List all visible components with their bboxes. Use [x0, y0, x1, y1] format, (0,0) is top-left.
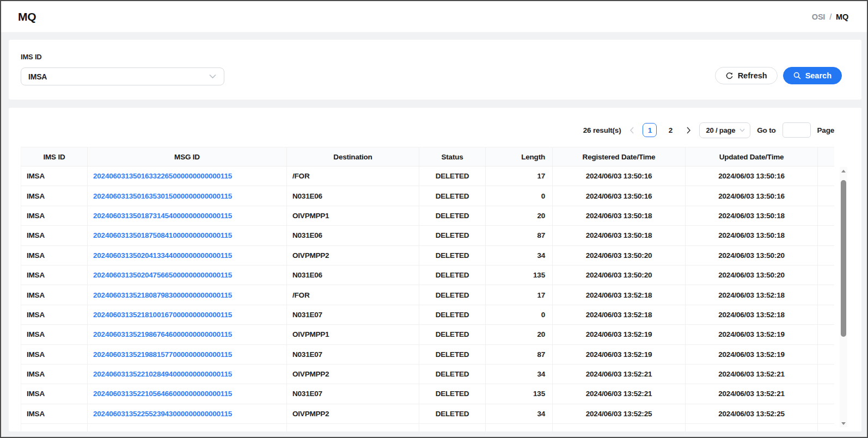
- updated-value: 2024/06/03 13:50:18: [718, 212, 785, 220]
- table-row: IMSA 20240603135221028494000000000000115…: [21, 365, 834, 384]
- cell-spacer: [818, 226, 834, 245]
- msg-id-link[interactable]: 20240603135016332265000000000000115: [93, 172, 232, 180]
- ims-id-label: IMS ID: [21, 53, 842, 61]
- cell-length: 87: [486, 226, 553, 245]
- scrollbar-thumb[interactable]: [841, 180, 846, 337]
- page-root: { "colors": { "accent": "#2477f3", "link…: [0, 0, 868, 438]
- prev-page-button[interactable]: [627, 123, 636, 137]
- cell-ims-id: IMSA: [21, 285, 88, 304]
- cell-msg-id: 20240603135219881577000000000000115: [88, 345, 287, 364]
- msg-id-link[interactable]: 20240603135016353015000000000000115: [93, 192, 232, 200]
- length-value: 20: [537, 330, 545, 338]
- search-icon: [793, 72, 801, 79]
- msg-id-link[interactable]: 20240603135219881577000000000000115: [93, 350, 232, 359]
- cell-registered: 2024/06/03 13:52:25: [553, 404, 686, 423]
- updated-value: 2024/06/03 13:50:16: [718, 192, 785, 200]
- msg-id-link[interactable]: 20240603135018731454000000000000115: [93, 212, 232, 220]
- cell-destination: N031E07: [287, 305, 419, 324]
- page-button-1[interactable]: 1: [643, 123, 657, 137]
- table-body: IMSA 20240603135016332265000000000000115…: [21, 166, 834, 431]
- msg-id-link[interactable]: 20240603135020413344000000000000115: [93, 251, 232, 260]
- table-row: IMSA 20240603135020413344000000000000115…: [21, 246, 834, 266]
- breadcrumb-link-osi[interactable]: OSI: [812, 13, 825, 21]
- column-header-updated: Updated Date/Time: [686, 147, 818, 166]
- msg-id-link[interactable]: 20240603135018750841000000000000115: [93, 231, 232, 239]
- destination-value: OIVPMPP2: [292, 370, 329, 378]
- page-button-2[interactable]: 2: [663, 123, 677, 137]
- destination-value: N031E06: [292, 192, 322, 200]
- cell-status: DELETED: [419, 186, 486, 205]
- cell-ims-id: IMSA: [21, 325, 88, 344]
- refresh-button[interactable]: Refresh: [715, 67, 778, 84]
- cell-msg-id: 20240603135020475665000000000000115: [88, 266, 287, 285]
- cell-status: DELETED: [419, 226, 486, 245]
- column-header-ims-id: IMS ID: [21, 147, 88, 166]
- cell-ims-id: IMSA: [21, 166, 88, 186]
- ims-id-value: IMSA: [27, 390, 45, 398]
- next-page-button[interactable]: [684, 123, 693, 137]
- cell-registered: 2024/06/03 13:52:18: [553, 285, 686, 304]
- registered-value: 2024/06/03 13:52:19: [586, 350, 652, 359]
- ims-id-value: IMSA: [27, 212, 45, 220]
- breadcrumb-separator: /: [829, 13, 832, 21]
- breadcrumb-current: MQ: [836, 13, 848, 21]
- filter-panel: IMS ID IMSA Refresh Search: [9, 40, 861, 100]
- cell-destination: OIVPMPP2: [287, 246, 419, 265]
- cell-registered: 2024/06/03 13:50:18: [553, 226, 686, 245]
- cell-status: DELETED: [419, 365, 486, 384]
- cell-status: DELETED: [419, 345, 486, 364]
- cell-destination: [287, 424, 419, 431]
- scroll-down-arrow-icon[interactable]: [840, 420, 847, 427]
- msg-id-link[interactable]: 20240603135221056466000000000000115: [93, 390, 232, 398]
- cell-spacer: [818, 305, 834, 324]
- scrollbar-track[interactable]: [840, 175, 847, 420]
- destination-value: N031E06: [292, 231, 322, 239]
- cell-updated: 2024/06/03 13:50:16: [686, 166, 818, 186]
- msg-id-link[interactable]: 20240603135221028494000000000000115: [93, 370, 232, 378]
- page-size-value: 20 / page: [706, 126, 735, 134]
- ims-id-value: IMSA: [27, 192, 45, 200]
- cell-spacer: [818, 345, 834, 364]
- registered-value: 2024/06/03 13:50:20: [586, 251, 652, 260]
- cell-status: DELETED: [419, 266, 486, 285]
- ims-id-select[interactable]: IMSA: [21, 67, 224, 85]
- filter-actions: Refresh Search: [715, 67, 842, 84]
- vertical-scrollbar[interactable]: [840, 167, 847, 427]
- status-value: DELETED: [436, 370, 469, 378]
- goto-label: Go to: [757, 126, 775, 134]
- cell-destination: N031E06: [287, 186, 419, 205]
- cell-spacer: [818, 285, 834, 304]
- msg-id-link[interactable]: 20240603135219867646000000000000115: [93, 330, 232, 338]
- msg-id-link[interactable]: 20240603135218087983000000000000115: [93, 291, 232, 299]
- cell-registered: 2024/06/03 13:52:19: [553, 345, 686, 364]
- cell-destination: /FOR: [287, 285, 419, 304]
- column-header-status: Status: [419, 147, 486, 166]
- cell-msg-id: 20240603135221056466000000000000115: [88, 384, 287, 403]
- ims-id-value: IMSA: [27, 271, 45, 279]
- goto-page-input[interactable]: [783, 122, 811, 138]
- page-title: MQ: [18, 10, 36, 23]
- length-value: 0: [541, 192, 545, 200]
- column-header-spacer: [818, 147, 834, 166]
- updated-value: 2024/06/03 13:50:20: [718, 271, 785, 279]
- page-size-select[interactable]: 20 / page: [699, 122, 750, 138]
- msg-id-link[interactable]: 20240603135225523943000000000000115: [93, 410, 232, 418]
- msg-id-link[interactable]: 20240603135020475665000000000000115: [93, 271, 232, 279]
- length-value: 87: [537, 350, 545, 359]
- table-row: IMSA 20240603135218087983000000000000115…: [21, 285, 834, 305]
- scroll-up-arrow-icon[interactable]: [840, 167, 847, 175]
- cell-length: 87: [486, 345, 553, 364]
- updated-value: 2024/06/03 13:52:18: [718, 291, 785, 299]
- cell-spacer: [818, 166, 834, 186]
- length-value: 34: [537, 410, 545, 418]
- search-button[interactable]: Search: [783, 67, 842, 84]
- destination-value: N031E07: [292, 350, 322, 359]
- table-row: IMSA 20240603135225523943000000000000115…: [21, 404, 834, 424]
- cell-updated: 2024/06/03 13:52:18: [686, 305, 818, 324]
- length-value: 135: [533, 271, 545, 279]
- msg-id-link[interactable]: 20240603135218100167000000000000115: [93, 311, 232, 319]
- status-value: DELETED: [436, 231, 469, 239]
- cell-length: [486, 424, 553, 431]
- cell-ims-id: IMSA: [21, 246, 88, 265]
- cell-msg-id: 20240603135016332265000000000000115: [88, 166, 287, 186]
